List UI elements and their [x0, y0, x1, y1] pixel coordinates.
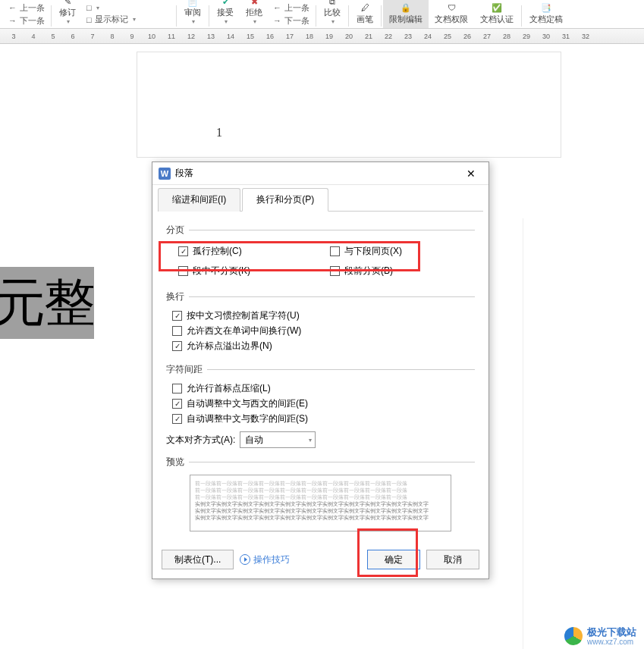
permission-icon: 🛡: [444, 2, 459, 14]
ruler-mark: 30: [536, 33, 556, 40]
horizontal-ruler: 3456789101112131415161718192021222324252…: [0, 29, 644, 44]
reject-button[interactable]: ✖ 拒绝▾: [240, 0, 269, 28]
section-linebreak: 换行: [166, 290, 475, 303]
cb-page-break-before[interactable]: 段前分页(B): [330, 265, 475, 277]
dialog-footer: 制表位(T)... 操作技巧 确定 取消: [152, 544, 488, 578]
checkbox-icon: [330, 266, 340, 276]
ruler-mark: 28: [497, 33, 517, 40]
review-pane-button[interactable]: 📄 审阅▾: [178, 0, 207, 28]
ruler-mark: 8: [102, 33, 122, 40]
cancel-button[interactable]: 取消: [426, 550, 479, 569]
watermark-en: www.xz7.com: [587, 638, 636, 646]
ruler-mark: 25: [438, 33, 457, 40]
lock-icon: 🔒: [398, 2, 413, 14]
ruler-mark: 4: [24, 33, 43, 40]
tabs-button[interactable]: 制表位(T)...: [162, 550, 234, 569]
operation-tips-link[interactable]: 操作技巧: [240, 553, 290, 566]
cb-cjk-firstlast[interactable]: 按中文习惯控制首尾字符(U): [172, 309, 475, 322]
ruler-mark: 26: [457, 33, 477, 40]
chevron-down-icon: ▾: [309, 437, 312, 444]
checkbox-icon: [330, 246, 340, 256]
doc-auth-button[interactable]: ✅ 文档认证: [474, 0, 520, 28]
ribbon-nav-group: ← 上一条 → 下一条: [4, 0, 49, 28]
dialog-title: 段落: [175, 167, 460, 180]
alignment-select[interactable]: 自动 ▾: [240, 431, 316, 448]
next-item-2[interactable]: → 下一条: [273, 15, 309, 27]
checkbox-icon: [178, 246, 188, 256]
ruler-mark: 24: [418, 33, 438, 40]
cb-adjust-cjk-num[interactable]: 自动调整中文与数字的间距(S): [172, 412, 475, 425]
ruler-mark: 6: [63, 33, 83, 40]
app-icon: W: [159, 168, 171, 180]
paragraph-dialog: W 段落 ✕ 缩进和间距(I) 换行和分页(P) 分页 孤行控制(C) 与下段同…: [152, 161, 489, 579]
prev-item-2[interactable]: ← 上一条: [273, 2, 309, 14]
checkbox-icon: [172, 414, 182, 424]
cb-adjust-cjk-latin[interactable]: 自动调整中文与西文的间距(E): [172, 397, 475, 410]
close-button[interactable]: ✕: [460, 165, 482, 183]
dialog-body: 分页 孤行控制(C) 与下段同页(X) 段中不分页(K) 段前分页(B): [152, 212, 488, 544]
checkbox-icon: [172, 311, 182, 321]
ruler-mark: 19: [319, 33, 339, 40]
ruler-mark: 5: [43, 33, 63, 40]
watermark-logo-icon: [564, 627, 583, 645]
compare-button[interactable]: ⧉ 比较▾: [318, 0, 347, 28]
final-icon: 📑: [539, 2, 554, 14]
cb-compress-punct[interactable]: 允许行首标点压缩(L): [172, 382, 475, 395]
cb-latin-wrap[interactable]: 允许西文在单词中间换行(W): [172, 324, 475, 337]
ruler-mark: 27: [477, 33, 497, 40]
nav-group-2: ← 上一条 → 下一条: [269, 0, 314, 28]
show-markup-button[interactable]: □ 显示标记 ▾: [86, 14, 170, 25]
auth-icon: ✅: [489, 2, 504, 14]
ruler-mark: 31: [556, 33, 576, 40]
brush-icon: 🖊: [357, 2, 372, 14]
cb-orphan-control[interactable]: 孤行控制(C): [178, 245, 324, 258]
ink-button[interactable]: 🖊 画笔: [350, 0, 379, 28]
ruler-mark: 20: [339, 33, 359, 40]
ok-button[interactable]: 确定: [367, 550, 420, 569]
ruler-mark: 14: [221, 33, 240, 40]
prev-item[interactable]: ← 上一条: [8, 2, 45, 14]
tab-indent-spacing[interactable]: 缩进和间距(I): [158, 188, 240, 212]
next-item[interactable]: → 下一条: [8, 15, 45, 27]
markup-dropdown[interactable]: □ ▾: [86, 3, 170, 12]
tab-line-page-breaks[interactable]: 换行和分页(P): [242, 188, 328, 212]
cb-keep-with-next[interactable]: 与下段同页(X): [330, 245, 475, 258]
dialog-title-bar: W 段落 ✕: [152, 162, 488, 185]
doc-permission-button[interactable]: 🛡 文档权限: [429, 0, 474, 28]
section-char-spacing: 字符间距: [166, 363, 475, 376]
doc-final-button[interactable]: 📑 文档定稿: [523, 0, 569, 28]
document-area: 1 元整 W 段落 ✕ 缩进和间距(I) 换行和分页(P) 分页 孤行控制(C): [0, 44, 644, 649]
ruler-mark: 21: [359, 33, 379, 40]
text-alignment-row: 文本对齐方式(A): 自动 ▾: [166, 431, 475, 448]
play-icon: [240, 554, 250, 565]
restrict-editing-button[interactable]: 🔒 限制编辑: [383, 0, 429, 28]
ruler-mark: 22: [379, 33, 398, 40]
site-watermark: 极光下载站 www.xz7.com: [564, 627, 636, 646]
cb-keep-lines-together[interactable]: 段中不分页(K): [178, 265, 324, 277]
checkbox-icon: [172, 399, 182, 409]
selected-text: 元整: [0, 267, 94, 339]
ruler-mark: 3: [4, 33, 24, 40]
track-changes-button[interactable]: ✎ 修订▾: [53, 0, 82, 28]
alignment-label: 文本对齐方式(A):: [166, 434, 235, 447]
reject-icon: ✖: [247, 0, 262, 7]
checkbox-icon: [172, 326, 182, 336]
preview-box: 前一段落前一段落前一段落前一段落前一段落前一段落前一段落前一段落前一段落前一段落…: [190, 475, 451, 531]
ruler-mark: 10: [142, 33, 162, 40]
cb-punct-overflow[interactable]: 允许标点溢出边界(N): [172, 340, 475, 353]
ruler-mark: 16: [260, 33, 280, 40]
ruler-mark: 17: [280, 33, 300, 40]
checkbox-icon: [172, 384, 182, 393]
ruler-mark: 18: [300, 33, 319, 40]
ruler-mark: 32: [576, 33, 595, 40]
section-pagination: 分页: [166, 224, 475, 237]
page-number: 1: [216, 126, 222, 140]
section-preview: 预览: [166, 456, 475, 469]
ruler-mark: 15: [240, 33, 260, 40]
compare-icon: ⧉: [325, 0, 340, 7]
ruler-mark: 11: [162, 33, 181, 40]
checkbox-icon: [172, 341, 182, 351]
dialog-tabs: 缩进和间距(I) 换行和分页(P): [158, 185, 483, 212]
page-1: [137, 52, 561, 158]
accept-button[interactable]: ✔ 接受▾: [211, 0, 240, 28]
